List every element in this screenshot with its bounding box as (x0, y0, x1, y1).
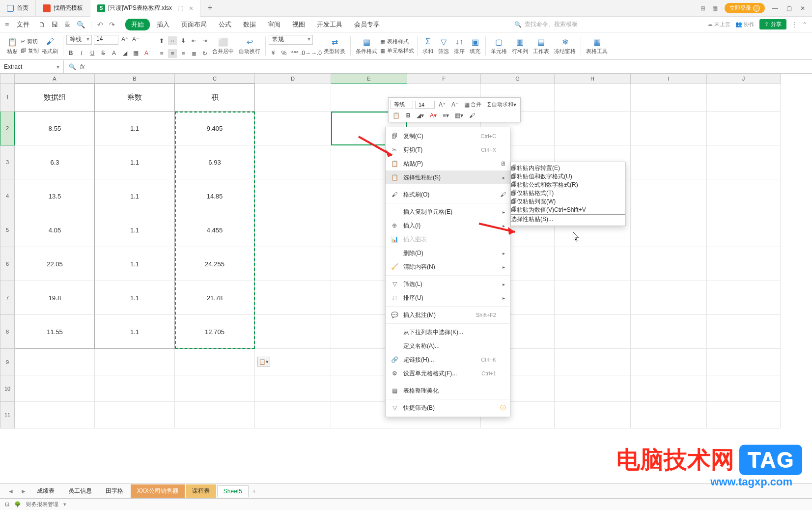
redo-icon[interactable]: ↷ (107, 19, 117, 30)
cell-A2[interactable]: 8.55 (15, 112, 95, 145)
ctx-insert-comment[interactable]: 💬插入批注(M)Shift+F2 (386, 308, 510, 322)
cell-J5[interactable] (707, 213, 781, 247)
cell-B3[interactable]: 1.1 (95, 145, 175, 179)
cell-D11[interactable] (255, 402, 331, 428)
mini-font-name[interactable]: 等线 (391, 100, 413, 109)
row-header-10[interactable]: 10 (0, 375, 15, 402)
font-size-select[interactable]: 14 (94, 35, 118, 45)
row-col-button[interactable]: ▥行和列 (510, 37, 530, 55)
number-format-select[interactable]: 常规▾ (269, 35, 313, 45)
ctx-insert-copied[interactable]: 插入复制单元格(E)▸ (386, 205, 510, 219)
sub-paste-format-only[interactable]: 🗐仅粘贴格式(T) (511, 189, 625, 198)
close-window-icon[interactable]: ✕ (799, 5, 806, 12)
cell-I8[interactable] (631, 315, 707, 349)
menu-page-layout[interactable]: 页面布局 (176, 18, 212, 31)
cell-J2[interactable] (707, 112, 781, 145)
sub-paste-special-dialog[interactable]: 选择性粘贴(S)... (511, 215, 625, 224)
cell-A10[interactable] (15, 375, 95, 402)
worksheet-button[interactable]: ▤工作表 (531, 37, 551, 55)
fx-icon[interactable]: fx (80, 63, 84, 70)
cell-B4[interactable]: 1.1 (95, 179, 175, 213)
paste-button[interactable]: 📋粘贴 (5, 37, 20, 55)
fill-button[interactable]: ▣填充 (468, 37, 482, 55)
ctx-clear[interactable]: 🧹清除内容(N)▸ (386, 260, 510, 274)
cell-J6[interactable] (707, 247, 781, 281)
align-bottom-icon[interactable]: ⬇ (179, 36, 188, 45)
cell-C7[interactable]: 21.78 (175, 281, 255, 315)
ctx-hyperlink[interactable]: 🔗超链接(H)...Ctrl+K (386, 353, 510, 367)
cell-I5[interactable] (631, 213, 707, 247)
cell-D10[interactable] (255, 375, 331, 402)
col-header-A[interactable]: A (15, 74, 95, 84)
cell-C6[interactable]: 24.255 (175, 247, 255, 281)
mini-fill-color-icon[interactable]: ◢▾ (415, 111, 426, 120)
cell-D1[interactable] (255, 84, 331, 112)
cell-I7[interactable] (631, 281, 707, 315)
ctx-cut[interactable]: ✂剪切(T)Ctrl+X (386, 143, 510, 157)
col-header-H[interactable]: H (555, 74, 631, 84)
cell-I1[interactable] (631, 84, 707, 112)
cell-I10[interactable] (631, 375, 707, 402)
paste-options-button[interactable]: 📋▾ (257, 357, 270, 367)
row-header-7[interactable]: 7 (0, 281, 15, 315)
underline-button[interactable]: U (88, 49, 97, 57)
cut-button[interactable]: ✂剪切 (21, 38, 39, 45)
cell-A5[interactable]: 4.05 (15, 213, 95, 247)
ctx-delete[interactable]: 删除(D)▸ (386, 246, 510, 260)
ctx-format-painter[interactable]: 🖌格式刷(O)🖌 (386, 188, 510, 201)
cell-A11[interactable] (15, 402, 95, 428)
cell-J9[interactable] (707, 349, 781, 375)
menu-formula[interactable]: 公式 (214, 18, 236, 31)
cloud-status[interactable]: ☁未上云 (707, 21, 730, 28)
table-style-button[interactable]: ▦表格样式 (380, 38, 414, 45)
cell-H11[interactable] (555, 402, 631, 428)
hamburger-icon[interactable]: ≡ (5, 21, 9, 28)
cell-H9[interactable] (555, 349, 631, 375)
cell-H10[interactable] (555, 375, 631, 402)
cell-B10[interactable] (95, 375, 175, 402)
percent-icon[interactable]: % (280, 49, 288, 57)
cell-B1[interactable]: 乘数 (95, 84, 175, 112)
row-header-3[interactable]: 3 (0, 145, 15, 179)
decrease-font-icon[interactable]: A⁻ (131, 35, 140, 44)
cell-D5[interactable] (255, 213, 331, 247)
row-header-1[interactable]: 1 (0, 84, 15, 112)
col-header-F[interactable]: F (407, 74, 481, 84)
mini-autosum-button[interactable]: Σ自动求和▾ (485, 100, 518, 109)
print-preview-icon[interactable]: 🔍 (75, 19, 87, 30)
row-header-5[interactable]: 5 (0, 213, 15, 247)
grid-view-icon[interactable]: ⊞ (700, 5, 705, 12)
cell-C11[interactable] (175, 402, 255, 428)
status-tree-icon[interactable]: 🌳 (14, 501, 21, 508)
col-header-B[interactable]: B (95, 74, 175, 84)
fill-color-button[interactable]: ◢ (120, 49, 129, 57)
align-center-icon[interactable]: ≡ (168, 49, 177, 58)
row-header-9[interactable]: 9 (0, 349, 15, 375)
cell-B2[interactable]: 1.1 (95, 112, 175, 145)
cell-H1[interactable] (555, 84, 631, 112)
cell-D7[interactable] (255, 281, 331, 315)
increase-decimal-icon[interactable]: .0→ (301, 49, 310, 57)
mini-align-icon[interactable]: ≡▾ (441, 111, 451, 120)
align-right-icon[interactable]: ≡ (179, 49, 188, 58)
row-header-6[interactable]: 6 (0, 247, 15, 281)
col-header-G[interactable]: G (481, 74, 555, 84)
name-box[interactable]: Extract ▾ (0, 60, 64, 73)
tab-file-active[interactable]: S [只读]WPS表格教程.xlsx ⬚ × (90, 0, 200, 17)
cell-I9[interactable] (631, 349, 707, 375)
cell-C8[interactable]: 12.705 (175, 315, 255, 349)
cell-A6[interactable]: 22.05 (15, 247, 95, 281)
command-search[interactable]: 🔍 查找命令、搜索模板 (514, 20, 578, 28)
status-info-icon[interactable]: ⊡ (5, 501, 9, 508)
increase-font-icon[interactable]: A⁺ (120, 35, 129, 44)
cell-C3[interactable]: 6.93 (175, 145, 255, 179)
font-name-select[interactable]: 等线▾ (66, 35, 92, 45)
ctx-sort[interactable]: ↓↑排序(U)▸ (386, 291, 510, 305)
cell-B8[interactable]: 1.1 (95, 315, 175, 349)
thousands-icon[interactable]: ᵒᵒᵒ (290, 49, 299, 57)
save-icon[interactable]: 🖫 (49, 19, 60, 30)
cell-D4[interactable] (255, 179, 331, 213)
sheet-nav-prev[interactable]: ◄ (5, 488, 17, 495)
align-left-icon[interactable]: ≡ (157, 49, 166, 58)
select-all-corner[interactable] (0, 74, 15, 84)
